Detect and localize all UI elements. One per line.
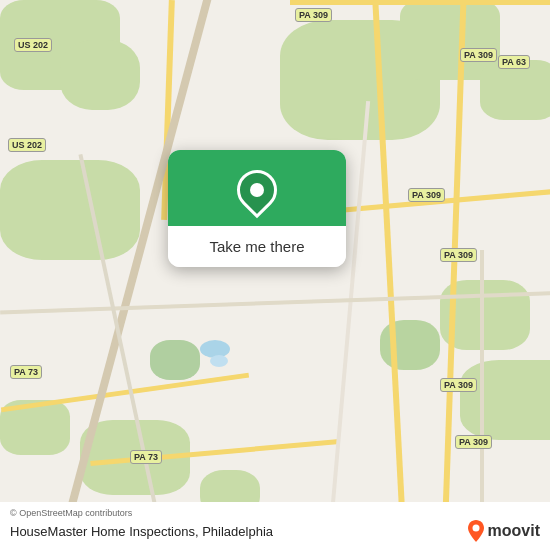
road-yellow [290,0,550,5]
map-container: US 202PA 309PA 309PA 63US 202PA 309PA 30… [0,0,550,550]
location-pin [235,168,279,212]
popup-card: Take me there [168,150,346,267]
svg-point-0 [472,525,479,532]
bottom-bar: © OpenStreetMap contributors HouseMaster… [0,502,550,550]
take-me-there-button[interactable]: Take me there [168,226,346,267]
green-area [480,60,550,120]
green-area [150,340,200,380]
location-line: HouseMaster Home Inspections, Philadelph… [10,520,540,542]
road-label-us202-top: US 202 [14,38,52,52]
moovit-text: moovit [488,522,540,540]
location-text: HouseMaster Home Inspections, Philadelph… [10,524,273,539]
green-area [460,360,550,440]
popup-header [168,150,346,226]
road-label-pa73-bottom: PA 73 [130,450,162,464]
green-area [0,160,140,260]
road-label-pa63-right: PA 63 [498,55,530,69]
moovit-logo: moovit [466,520,540,542]
road-label-pa73-left: PA 73 [10,365,42,379]
road-label-pa309-lower: PA 309 [440,378,477,392]
pin-shape [229,162,286,219]
road-label-pa309-mid2: PA 309 [440,248,477,262]
water-body [210,355,228,367]
road-label-us202-left: US 202 [8,138,46,152]
road-label-pa309-top: PA 309 [295,8,332,22]
road-label-pa309-bottom: PA 309 [455,435,492,449]
road-label-pa309-mid: PA 309 [408,188,445,202]
copyright-text: © OpenStreetMap contributors [10,508,540,518]
road-label-pa309-right-top: PA 309 [460,48,497,62]
moovit-pin-icon [466,520,486,542]
pin-dot [250,183,264,197]
green-area [60,40,140,110]
